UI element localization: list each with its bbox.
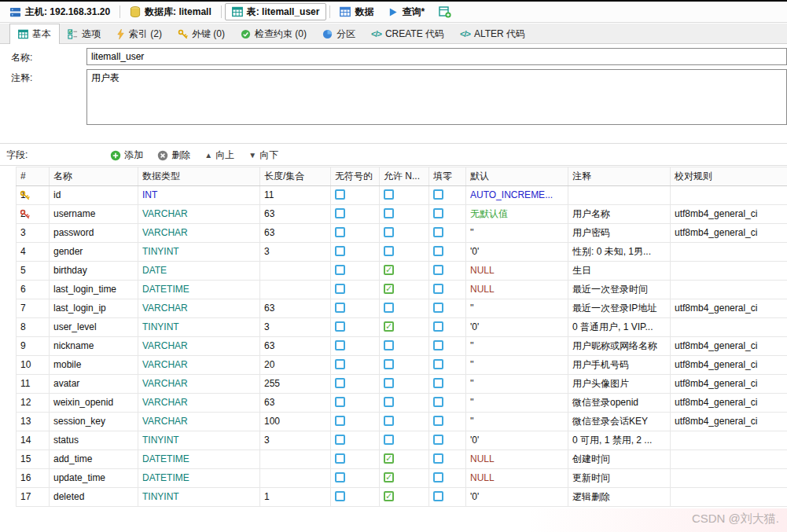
field-name-cell[interactable]: weixin_openid [50, 394, 138, 413]
allow-null-cell[interactable] [380, 186, 429, 205]
data-type-cell[interactable]: DATETIME [138, 450, 260, 469]
length-cell[interactable] [260, 450, 331, 469]
comment-cell[interactable]: 微信登录会话KEY [568, 413, 671, 431]
collation-cell[interactable] [671, 469, 787, 488]
length-cell[interactable]: 63 [260, 394, 331, 413]
zerofill-cell[interactable] [429, 186, 466, 205]
collation-cell[interactable]: utf8mb4_general_ci [671, 224, 787, 243]
field-row-last_login_ip[interactable]: 7last_login_ipVARCHAR63''最近一次登录IP地址utf8m… [17, 299, 787, 318]
unsigned-cell[interactable] [331, 431, 380, 450]
comment-cell[interactable]: 用户名称 [568, 205, 671, 224]
row-number-cell[interactable]: 14 [17, 431, 50, 450]
field-row-update_time[interactable]: 16update_timeDATETIME✓NULL更新时间 [17, 469, 787, 488]
unsigned-cell[interactable] [331, 318, 380, 337]
zerofill-cell[interactable] [429, 262, 466, 281]
zerofill-cell[interactable] [429, 318, 466, 337]
allow-null-checkbox[interactable]: ✓ [384, 265, 394, 275]
field-name-cell[interactable]: last_login_time [50, 281, 138, 299]
collation-cell[interactable] [671, 281, 787, 299]
field-row-session_key[interactable]: 13session_keyVARCHAR100''微信登录会话KEYutf8mb… [17, 413, 787, 431]
allow-null-checkbox[interactable] [384, 227, 394, 237]
unsigned-cell[interactable] [331, 299, 380, 318]
add-field-button[interactable]: 添加 [103, 147, 150, 164]
default-cell[interactable]: NULL [466, 469, 568, 488]
unsigned-cell[interactable] [331, 375, 380, 394]
tab-create-code[interactable]: </> CREATE 代码 [363, 24, 452, 43]
default-cell[interactable]: NULL [466, 262, 568, 281]
zerofill-cell[interactable] [429, 469, 466, 488]
field-row-user_level[interactable]: 8user_levelTINYINT3✓'0'0 普通用户, 1 VIP... [17, 318, 787, 337]
default-cell[interactable]: '0' [466, 488, 568, 507]
field-row-last_login_time[interactable]: 6last_login_timeDATETIME✓NULL最近一次登录时间 [17, 281, 787, 299]
allow-null-cell[interactable]: ✓ [380, 281, 429, 299]
field-row-status[interactable]: 14statusTINYINT3'0'0 可用, 1 禁用, 2 ... [17, 431, 787, 450]
tab-foreign-keys[interactable]: 外键 (0) [170, 24, 233, 43]
allow-null-checkbox[interactable]: ✓ [384, 491, 394, 501]
zerofill-cell[interactable] [429, 431, 466, 450]
zerofill-checkbox[interactable] [433, 303, 443, 313]
length-cell[interactable]: 63 [260, 224, 331, 243]
collation-cell[interactable] [671, 262, 787, 281]
unsigned-checkbox[interactable] [335, 453, 345, 464]
collation-cell[interactable] [671, 318, 787, 337]
unsigned-checkbox[interactable] [335, 189, 345, 200]
table-document-tab[interactable]: 表: litemall_user [225, 3, 327, 20]
comment-cell[interactable]: 用户密码 [568, 224, 671, 243]
tab-alter-code[interactable]: </> ALTER 代码 [452, 24, 533, 43]
data-type-cell[interactable]: VARCHAR [138, 299, 260, 318]
allow-null-checkbox[interactable] [384, 397, 394, 407]
default-cell[interactable]: '' [466, 337, 568, 356]
unsigned-checkbox[interactable] [335, 246, 345, 256]
field-row-username[interactable]: 2usernameVARCHAR63无默认值用户名称utf8mb4_genera… [17, 205, 787, 224]
comment-cell[interactable]: 最近一次登录IP地址 [568, 299, 671, 318]
unsigned-cell[interactable] [331, 488, 380, 507]
data-type-cell[interactable]: VARCHAR [138, 337, 260, 356]
unsigned-checkbox[interactable] [335, 208, 345, 218]
tab-partitions[interactable]: 分区 [314, 24, 363, 43]
row-number-cell[interactable]: 4 [17, 243, 50, 262]
unsigned-cell[interactable] [331, 262, 380, 281]
length-cell[interactable]: 63 [260, 205, 331, 224]
zerofill-cell[interactable] [429, 413, 466, 431]
new-query-button[interactable] [432, 3, 458, 20]
default-cell[interactable]: '' [466, 375, 568, 394]
field-name-cell[interactable]: id [50, 186, 138, 205]
allow-null-cell[interactable]: ✓ [380, 469, 429, 488]
tab-check-constraints[interactable]: 检查约束 (0) [233, 24, 314, 43]
grid-column-header-8[interactable]: 注释 [568, 167, 671, 186]
field-name-cell[interactable]: last_login_ip [50, 299, 138, 318]
comment-cell[interactable]: 0 可用, 1 禁用, 2 ... [568, 431, 671, 450]
data-type-cell[interactable]: VARCHAR [138, 375, 260, 394]
data-button[interactable]: 数据 [333, 3, 380, 20]
field-row-nickname[interactable]: 9nicknameVARCHAR63''用户昵称或网络名称utf8mb4_gen… [17, 337, 787, 356]
zerofill-checkbox[interactable] [433, 378, 443, 388]
unsigned-cell[interactable] [331, 413, 380, 431]
tab-basic[interactable]: 基本 [9, 24, 60, 44]
comment-cell[interactable]: 用户昵称或网络名称 [568, 337, 671, 356]
allow-null-cell[interactable] [380, 413, 429, 431]
length-cell[interactable]: 20 [260, 356, 331, 375]
allow-null-checkbox[interactable] [384, 340, 394, 350]
allow-null-checkbox[interactable] [384, 359, 394, 369]
collation-cell[interactable]: utf8mb4_general_ci [671, 205, 787, 224]
default-cell[interactable]: AUTO_INCREME... [466, 186, 568, 205]
field-row-mobile[interactable]: 10mobileVARCHAR20''用户手机号码utf8mb4_general… [17, 356, 787, 375]
unsigned-checkbox[interactable] [335, 416, 345, 426]
length-cell[interactable]: 63 [260, 299, 331, 318]
unsigned-checkbox[interactable] [335, 359, 345, 369]
unsigned-cell[interactable] [331, 356, 380, 375]
row-number-cell[interactable]: 9 [17, 337, 50, 356]
field-name-cell[interactable]: session_key [50, 413, 138, 431]
unsigned-cell[interactable] [331, 186, 380, 205]
unsigned-cell[interactable] [331, 281, 380, 299]
allow-null-checkbox[interactable] [384, 435, 394, 445]
database-breadcrumb[interactable]: 数据库: litemall [123, 3, 218, 20]
data-type-cell[interactable]: DATETIME [138, 469, 260, 488]
allow-null-cell[interactable] [380, 299, 429, 318]
unsigned-checkbox[interactable] [335, 340, 345, 350]
collation-cell[interactable]: utf8mb4_general_ci [671, 375, 787, 394]
row-number-cell[interactable]: 16 [17, 469, 50, 488]
field-name-cell[interactable]: avatar [50, 375, 138, 394]
collation-cell[interactable]: utf8mb4_general_ci [671, 356, 787, 375]
grid-column-header-3[interactable]: 长度/集合 [260, 167, 331, 186]
